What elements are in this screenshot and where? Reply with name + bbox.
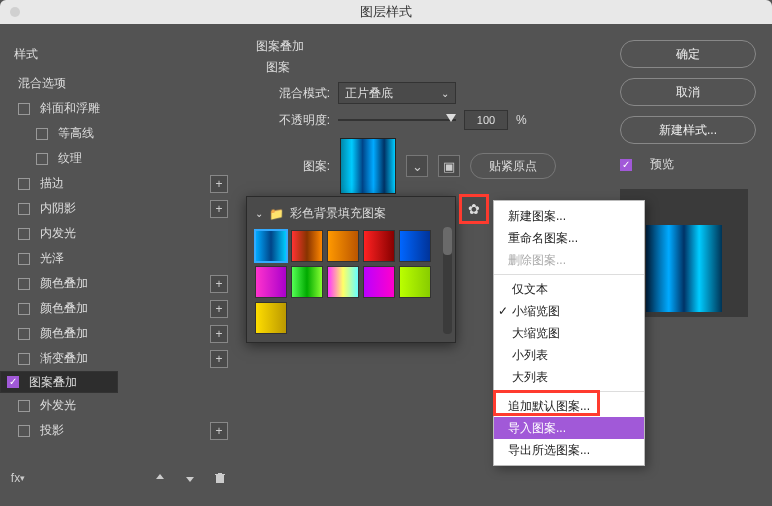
style-item-3[interactable]: 描边+ [0,171,238,196]
menu-text-only[interactable]: 仅文本 [494,278,644,300]
pattern-thumb[interactable] [399,266,431,298]
style-checkbox[interactable] [18,253,30,265]
ok-button[interactable]: 确定 [620,40,756,68]
pattern-grid [255,230,447,334]
add-effect-button[interactable]: + [210,275,228,293]
style-label: 纹理 [58,150,82,167]
style-item-2[interactable]: 纹理 [0,146,238,171]
pattern-label: 图案: [266,158,330,175]
add-effect-button[interactable]: + [210,350,228,368]
style-checkbox[interactable]: ✓ [7,376,19,388]
move-up-icon[interactable] [152,470,168,486]
style-label: 光泽 [40,250,64,267]
style-label: 颜色叠加 [40,275,88,292]
style-checkbox[interactable] [36,128,48,140]
pattern-thumb[interactable] [255,266,287,298]
preview-label: 预览 [650,156,674,173]
menu-export-patterns[interactable]: 导出所选图案... [494,439,644,461]
pattern-thumb[interactable] [255,230,287,262]
styles-sidebar: 样式 混合选项 斜面和浮雕等高线纹理描边+内阴影+内发光光泽颜色叠加+颜色叠加+… [0,32,238,494]
add-effect-button[interactable]: + [210,300,228,318]
style-item-9[interactable]: 颜色叠加+ [0,321,238,346]
style-item-6[interactable]: 光泽 [0,246,238,271]
new-style-button[interactable]: 新建样式... [620,116,756,144]
style-item-8[interactable]: 颜色叠加+ [0,296,238,321]
style-item-11[interactable]: ✓图案叠加 [0,371,118,393]
style-checkbox[interactable] [36,153,48,165]
opacity-input[interactable] [464,110,508,130]
style-item-13[interactable]: 投影+ [0,418,238,443]
chevron-down-icon: ⌄ [441,88,449,99]
style-item-1[interactable]: 等高线 [0,121,238,146]
blending-options-label: 混合选项 [18,75,66,92]
style-label: 描边 [40,175,64,192]
style-checkbox[interactable] [18,178,30,190]
style-label: 外发光 [40,397,76,414]
section-title: 图案叠加 [256,38,602,55]
pattern-thumb[interactable] [327,266,359,298]
menu-small-thumb[interactable]: ✓小缩览图 [494,300,644,322]
pattern-thumb[interactable] [363,266,395,298]
style-item-10[interactable]: 渐变叠加+ [0,346,238,371]
blend-mode-label: 混合模式: [266,85,330,102]
style-checkbox[interactable] [18,228,30,240]
styles-header: 样式 [0,36,238,71]
add-effect-button[interactable]: + [210,200,228,218]
move-down-icon[interactable] [182,470,198,486]
new-preset-button[interactable]: ▣ [438,155,460,177]
style-label: 内发光 [40,225,76,242]
picker-scrollbar[interactable] [443,227,452,334]
menu-rename-pattern[interactable]: 重命名图案... [494,227,644,249]
opacity-unit: % [516,113,527,127]
style-item-0[interactable]: 斜面和浮雕 [0,96,238,121]
menu-large-thumb[interactable]: 大缩览图 [494,322,644,344]
add-effect-button[interactable]: + [210,422,228,440]
picker-settings-button[interactable]: ✿ [459,194,489,224]
pattern-swatch[interactable] [340,138,396,194]
style-checkbox[interactable] [18,328,30,340]
fx-menu-icon[interactable]: fx▾ [10,470,26,486]
style-checkbox[interactable] [18,425,30,437]
pattern-thumb[interactable] [363,230,395,262]
style-checkbox[interactable] [18,278,30,290]
pattern-thumb[interactable] [255,302,287,334]
style-label: 颜色叠加 [40,325,88,342]
folder-collapse-icon[interactable]: ⌄ [255,208,263,219]
blend-mode-select[interactable]: 正片叠底 ⌄ [338,82,456,104]
menu-small-list[interactable]: 小列表 [494,344,644,366]
style-label: 图案叠加 [29,374,77,391]
pattern-picker-panel: ⌄ 📁 彩色背景填充图案 [246,196,456,343]
style-item-12[interactable]: 外发光 [0,393,238,418]
cancel-button[interactable]: 取消 [620,78,756,106]
style-checkbox[interactable] [18,303,30,315]
style-label: 颜色叠加 [40,300,88,317]
style-checkbox[interactable] [18,103,30,115]
style-item-5[interactable]: 内发光 [0,221,238,246]
menu-append-default[interactable]: 追加默认图案... [494,395,644,417]
style-checkbox[interactable] [18,203,30,215]
snap-origin-button[interactable]: 贴紧原点 [470,153,556,179]
menu-separator [494,391,644,392]
pattern-thumb[interactable] [291,230,323,262]
style-item-7[interactable]: 颜色叠加+ [0,271,238,296]
add-effect-button[interactable]: + [210,175,228,193]
pattern-thumb[interactable] [327,230,359,262]
menu-new-pattern[interactable]: 新建图案... [494,205,644,227]
menu-large-list[interactable]: 大列表 [494,366,644,388]
pattern-dropdown-button[interactable]: ⌄ [406,155,428,177]
opacity-label: 不透明度: [266,112,330,129]
add-effect-button[interactable]: + [210,325,228,343]
blending-options[interactable]: 混合选项 [0,71,238,96]
pattern-thumb[interactable] [399,230,431,262]
preview-checkbox[interactable]: ✓ [620,159,632,171]
fieldset-label: 图案 [266,59,602,76]
opacity-slider[interactable] [338,113,456,127]
trash-icon[interactable] [212,470,228,486]
pattern-thumb[interactable] [291,266,323,298]
sidebar-footer: fx▾ [0,462,238,494]
style-checkbox[interactable] [18,400,30,412]
menu-import-patterns[interactable]: 导入图案... [494,417,644,439]
style-item-4[interactable]: 内阴影+ [0,196,238,221]
style-checkbox[interactable] [18,353,30,365]
folder-name: 彩色背景填充图案 [290,205,386,222]
